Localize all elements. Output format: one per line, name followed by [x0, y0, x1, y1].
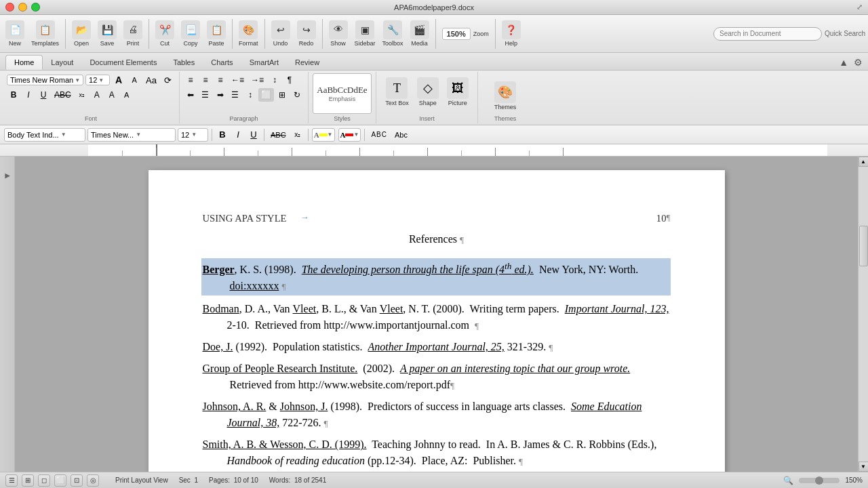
- font-increase-btn[interactable]: A: [112, 73, 125, 87]
- status-btn-5[interactable]: ⊡: [71, 474, 83, 487]
- doc-area[interactable]: USING APA STYLE → 10 ¶ References ¶ Berg…: [15, 157, 858, 472]
- increase-indent-btn[interactable]: →≡: [248, 73, 267, 87]
- uppercase-btn[interactable]: ABC: [368, 128, 390, 142]
- bullet-list-btn[interactable]: ≡: [184, 73, 197, 87]
- bold-btn[interactable]: B: [7, 88, 20, 102]
- align-right-btn[interactable]: ➡: [214, 88, 227, 102]
- ribbon: Home Layout Document Elements Tables Cha…: [0, 53, 868, 125]
- zoom-thumb[interactable]: [815, 476, 823, 485]
- font-name-dropdown[interactable]: Times New Roman ▼: [7, 75, 83, 85]
- font-clear-btn[interactable]: ⟳: [161, 73, 175, 87]
- textbox-btn[interactable]: T Text Box: [382, 76, 412, 108]
- tab-smartart[interactable]: SmartArt: [241, 55, 287, 70]
- ruler-inner: [88, 144, 827, 156]
- ribbon-collapse-icon[interactable]: ▲: [839, 58, 848, 68]
- underline-btn[interactable]: U: [37, 88, 50, 102]
- font-size-value: 12: [89, 76, 97, 84]
- status-btn-2[interactable]: ⊞: [22, 474, 34, 487]
- font-decrease-btn[interactable]: A: [127, 73, 141, 87]
- styles-section: AaBbCcDdEe Emphasis Styles: [309, 72, 376, 123]
- tab-review[interactable]: Review: [287, 55, 328, 70]
- text-effect-btn[interactable]: A: [120, 88, 134, 102]
- minimize-button[interactable]: [18, 3, 27, 12]
- tab-charts[interactable]: Charts: [203, 55, 241, 70]
- tab-tables[interactable]: Tables: [165, 55, 203, 70]
- help-group[interactable]: ❓ Help: [499, 19, 524, 48]
- bold-format-btn[interactable]: B: [216, 128, 229, 142]
- tab-document-elements[interactable]: Document Elements: [81, 55, 165, 70]
- highlight-btn[interactable]: A: [105, 88, 119, 102]
- font-dropdown[interactable]: Times New... ▼: [87, 128, 176, 142]
- text-direction-btn[interactable]: ↻: [290, 88, 304, 102]
- strikethrough-format-btn[interactable]: ABC: [268, 128, 289, 142]
- open-group[interactable]: 📂 Open: [69, 19, 94, 48]
- templates-group[interactable]: 📋 Templates: [28, 19, 62, 48]
- size-dropdown[interactable]: 12 ▼: [178, 128, 208, 142]
- zoom-slider[interactable]: [799, 478, 840, 483]
- cut-group[interactable]: ✂️ Cut: [153, 19, 177, 48]
- highlight-color-btn[interactable]: A ▼: [312, 128, 335, 142]
- picture-btn[interactable]: 🖼 Picture: [444, 76, 471, 108]
- status-btn-6[interactable]: ◎: [87, 474, 99, 487]
- shape-btn[interactable]: ◇ Shape: [414, 76, 441, 108]
- styles-section-label: Styles: [334, 115, 351, 122]
- sidebar-group[interactable]: ▣ Sidebar: [352, 19, 378, 48]
- media-group[interactable]: 🎬 Media: [408, 19, 432, 48]
- bodman-journal: Important Journal, 123,: [565, 303, 669, 314]
- border-btn[interactable]: ⊞: [275, 88, 289, 102]
- window-expand-icon[interactable]: ⤢: [856, 3, 863, 12]
- maximize-button[interactable]: [31, 3, 40, 12]
- format-icon: 🎨: [239, 20, 258, 39]
- pilcrow-btn[interactable]: ¶: [283, 73, 296, 87]
- smallcaps-btn[interactable]: Abc: [392, 128, 410, 142]
- decrease-indent-btn[interactable]: ←≡: [229, 73, 247, 87]
- show-group[interactable]: 👁 Show: [326, 19, 351, 48]
- print-group[interactable]: 🖨 Print: [121, 19, 145, 48]
- italic-format-btn[interactable]: I: [231, 128, 245, 142]
- status-btn-4[interactable]: ⬜: [54, 474, 66, 487]
- italic-btn[interactable]: I: [22, 88, 35, 102]
- themes-section: 🎨 Themes Themes: [478, 72, 532, 123]
- pages-label: Pages:: [209, 476, 230, 484]
- underline-format-btn[interactable]: U: [247, 128, 260, 142]
- scroll-track[interactable]: [859, 167, 869, 462]
- paste-group[interactable]: 📋 Paste: [204, 19, 229, 48]
- multilevel-list-btn[interactable]: ≡: [214, 73, 227, 87]
- redo-group[interactable]: ↪ Redo: [294, 19, 319, 48]
- font-size-dropdown[interactable]: 12 ▼: [85, 75, 110, 85]
- close-button[interactable]: [5, 3, 14, 12]
- style-dropdown[interactable]: Body Text Ind... ▼: [4, 128, 85, 142]
- subscript-btn[interactable]: x₂: [75, 88, 89, 102]
- shading-btn[interactable]: ⬜: [258, 88, 274, 102]
- status-btn-1[interactable]: ☰: [5, 474, 18, 487]
- format-group[interactable]: 🎨 Format: [236, 19, 261, 48]
- scroll-up-btn[interactable]: ▲: [859, 157, 869, 167]
- sort-btn[interactable]: ↕: [268, 73, 281, 87]
- save-group[interactable]: 💾 Save: [95, 19, 119, 48]
- search-input[interactable]: [713, 27, 822, 41]
- font-value: Times New...: [91, 131, 134, 139]
- align-center-btn[interactable]: ☰: [199, 88, 212, 102]
- undo-group[interactable]: ↩ Undo: [269, 19, 293, 48]
- themes-btn[interactable]: 🎨 Themes: [492, 80, 519, 112]
- font-color-btn[interactable]: A: [90, 88, 104, 102]
- align-left-btn[interactable]: ⬅: [184, 88, 197, 102]
- scroll-thumb[interactable]: [859, 226, 868, 266]
- size-value: 12: [181, 131, 189, 139]
- zoom-out-icon[interactable]: 🔍: [783, 476, 793, 485]
- numbered-list-btn[interactable]: ≡: [199, 73, 212, 87]
- tab-layout[interactable]: Layout: [43, 55, 81, 70]
- justify-btn[interactable]: ☰: [229, 88, 242, 102]
- copy-icon: 📃: [181, 20, 200, 39]
- ribbon-settings-icon[interactable]: ⚙: [854, 57, 863, 68]
- scroll-down-btn[interactable]: ▼: [859, 462, 869, 472]
- strikethrough-btn[interactable]: ABC: [52, 88, 74, 102]
- copy-group[interactable]: 📃 Copy: [178, 19, 203, 48]
- status-btn-3[interactable]: ◻: [38, 474, 50, 487]
- tab-home[interactable]: Home: [5, 55, 43, 70]
- font-color-format-btn[interactable]: A ▼: [338, 128, 361, 142]
- line-spacing-btn[interactable]: ↕: [243, 88, 257, 102]
- subscript-format-btn[interactable]: x₂: [291, 128, 304, 142]
- toolbox-group[interactable]: 🔧 Toolbox: [380, 19, 406, 48]
- font-case-btn[interactable]: Aa: [143, 73, 159, 87]
